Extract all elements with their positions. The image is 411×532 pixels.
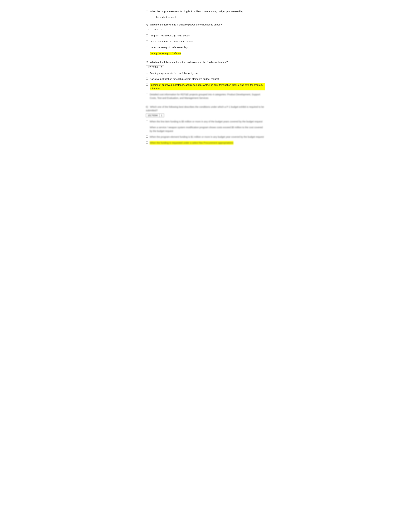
intro-line1: When the program element funding is $1 m… — [150, 10, 243, 13]
option-5c-text: Funding of approved milestones, acquisit… — [150, 83, 265, 90]
question-5-label: 5) Which of the following information is… — [146, 60, 265, 64]
option-4b-text: Vice Chairman of the Joint chiefs of Sta… — [150, 40, 193, 44]
question-4-id-code: 10170483 — [146, 28, 159, 31]
radio-button-4c[interactable] — [146, 46, 148, 48]
question-5-id-row: 10170526 1 — [146, 65, 164, 69]
question-5-option-a[interactable]: Funding requirements for 1 or 2 budget y… — [146, 71, 265, 75]
question-5-id-code: 10170526 — [146, 66, 159, 69]
radio-button-6a[interactable] — [146, 120, 148, 122]
question-6-id-value: 1 — [159, 114, 164, 117]
question-4-option-c[interactable]: Under Secretary of Defense (Policy) — [146, 46, 265, 49]
option-4c-text: Under Secretary of Defense (Policy) — [150, 46, 188, 49]
question-4-option-b[interactable]: Vice Chairman of the Joint chiefs of Sta… — [146, 40, 265, 44]
intro-radio-option: When the program element funding is $1 m… — [146, 10, 265, 13]
question-6-label: 6) Which one of the following best descr… — [146, 105, 265, 112]
question-4-option-a[interactable]: Program Review OSD (CAPE) Leads — [146, 34, 265, 38]
question-5-option-b[interactable]: Narrative justification for each program… — [146, 77, 265, 81]
question-6-option-d[interactable]: When the funding is requested under a se… — [146, 141, 265, 145]
option-6c-text: When the program element funding is $1 m… — [150, 135, 264, 139]
option-6d-text: When the funding is requested under a se… — [150, 141, 234, 145]
radio-button-4b[interactable] — [146, 40, 148, 42]
option-6b-text: When a service / weapon system modificat… — [150, 126, 265, 133]
radio-button-5b[interactable] — [146, 77, 148, 80]
radio-button-5c[interactable] — [146, 84, 148, 86]
radio-button-4d[interactable] — [146, 52, 148, 54]
question-4: 4) Which of the following is a principle… — [146, 23, 265, 55]
question-6-id-row: 10170000 1 — [146, 114, 164, 117]
question-5-id-value: 1 — [159, 66, 164, 69]
intro-section: When the program element funding is $1 m… — [146, 10, 265, 18]
question-6-id-code: 10170000 — [146, 114, 159, 117]
radio-button-4a[interactable] — [146, 34, 148, 37]
question-6-option-b[interactable]: When a service / weapon system modificat… — [146, 126, 265, 133]
radio-button-5d[interactable] — [146, 93, 148, 95]
question-5-option-d[interactable]: Detailed cost information for RDT&E proj… — [146, 93, 265, 100]
option-4a-text: Program Review OSD (CAPE) Leads — [150, 34, 190, 38]
question-4-id-value: 1 — [159, 28, 164, 31]
question-5-option-c[interactable]: Funding of approved milestones, acquisit… — [146, 83, 265, 90]
radio-button-intro[interactable] — [146, 10, 148, 12]
option-5d-text: Detailed cost information for RDT&E proj… — [150, 93, 265, 100]
intro-line2: the budget request — [146, 16, 265, 18]
question-6-option-c[interactable]: When the program element funding is $1 m… — [146, 135, 265, 139]
question-4-label: 4) Which of the following is a principle… — [146, 23, 265, 27]
question-4-option-d[interactable]: Deputy Secretary of Defense — [146, 52, 265, 55]
question-6: 6) Which one of the following best descr… — [146, 105, 265, 145]
question-6-option-a[interactable]: When the line item funding is $5 million… — [146, 120, 265, 124]
option-6a-text: When the line item funding is $5 million… — [150, 120, 262, 124]
question-5: 5) Which of the following information is… — [146, 60, 265, 100]
radio-button-6d[interactable] — [146, 141, 148, 144]
option-5b-text: Narrative justification for each program… — [150, 77, 219, 81]
radio-button-5a[interactable] — [146, 72, 148, 74]
option-5a-text: Funding requirements for 1 or 2 budget y… — [150, 71, 198, 75]
radio-button-6c[interactable] — [146, 135, 148, 138]
option-4d-text: Deputy Secretary of Defense — [150, 52, 181, 55]
question-4-id-row: 10170483 1 — [146, 28, 164, 31]
radio-button-6b[interactable] — [146, 126, 148, 128]
